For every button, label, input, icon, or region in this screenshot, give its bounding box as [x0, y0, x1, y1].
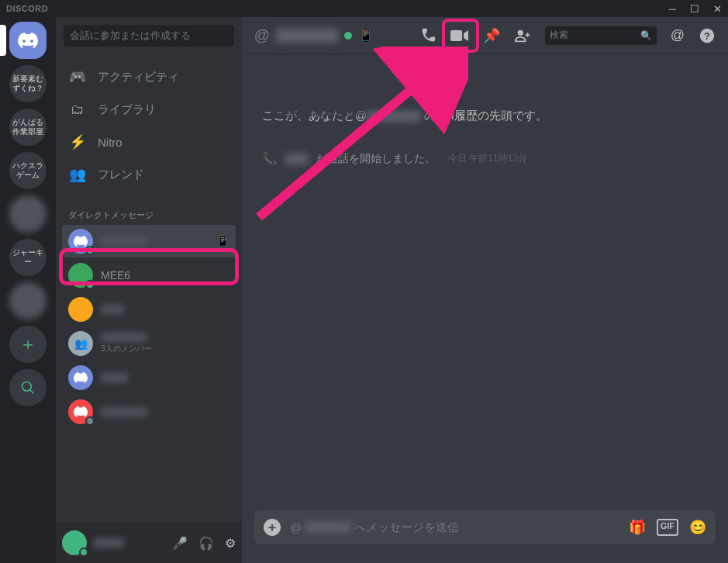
status-online-icon — [344, 32, 352, 40]
voice-call-icon[interactable] — [419, 27, 436, 44]
pin-icon[interactable]: 📌 — [483, 27, 500, 44]
dm-item[interactable]: 📱 — [62, 225, 236, 257]
attach-button[interactable]: ＋ — [264, 519, 281, 536]
svg-rect-2 — [450, 30, 462, 41]
guild-item[interactable]: 新要素むずくね？ — [9, 65, 47, 102]
guild-item[interactable] — [9, 195, 47, 233]
avatar — [68, 263, 93, 288]
help-icon[interactable]: ? — [699, 27, 716, 44]
app-brand: DISCORD — [6, 4, 48, 13]
dm-name — [101, 373, 128, 382]
system-message-call: 📞 が通話を開始しました。 今日 午前11時13分 — [262, 151, 712, 166]
mobile-icon: 📱 — [358, 28, 374, 43]
window-buttons: ─ ☐ ✕ — [669, 3, 722, 15]
at-icon: @ — [254, 26, 270, 44]
nav-library[interactable]: 🗂ライブラリ — [62, 93, 236, 126]
chat-messages: ここが、あなたと@ のDM履歴の先頭です。 📞 が通話を開始しました。 今日 午… — [242, 54, 728, 510]
dm-item[interactable]: MEE6 — [62, 259, 236, 292]
decoration — [273, 54, 428, 116]
self-avatar[interactable] — [62, 530, 87, 555]
quick-switcher[interactable]: 会話に参加または作成する — [64, 25, 234, 47]
emoji-icon[interactable]: 😊 — [689, 519, 706, 536]
avatar — [68, 365, 93, 390]
guild-item[interactable] — [9, 282, 47, 319]
mentions-icon[interactable]: @ — [671, 27, 685, 43]
dm-item[interactable] — [62, 293, 236, 326]
guild-item[interactable]: ジャーキー — [9, 239, 47, 276]
phone-icon: 📞 — [262, 151, 278, 166]
svg-line-1 — [30, 390, 34, 394]
guild-list: 新要素むずくね？ がんばる作業部屋 ハクスラゲーム ジャーキー ＋ — [0, 17, 56, 563]
dm-name: MEE6 — [101, 269, 130, 282]
nav-activity[interactable]: 🎮アクティビティ — [62, 60, 236, 93]
message-composer[interactable]: ＋ @へメッセージを送信 🎁 GIF 😊 — [254, 510, 716, 544]
dm-name — [101, 305, 124, 314]
search-icon: 🔍 — [640, 30, 652, 41]
self-name — [93, 538, 124, 547]
nav-friends[interactable]: 👥フレンド — [62, 158, 236, 191]
composer-placeholder[interactable]: @へメッセージを送信 — [290, 520, 619, 535]
guild-item[interactable]: ハクスラゲーム — [9, 152, 47, 189]
chat-area: @ 📱 📌 検索 🔍 @ — [242, 17, 728, 563]
status-online-icon — [85, 246, 95, 255]
mute-mic-icon[interactable]: 🎤 — [172, 536, 188, 551]
nav-nitro[interactable]: ⚡Nitro — [62, 126, 236, 158]
friends-icon: 👥 — [68, 166, 87, 183]
gif-icon[interactable]: GIF — [657, 519, 678, 536]
svg-point-3 — [517, 29, 523, 35]
avatar — [68, 297, 93, 322]
close-icon[interactable]: ✕ — [713, 3, 722, 15]
maximize-icon[interactable]: ☐ — [690, 3, 699, 15]
private-channels: 会話に参加または作成する 🎮アクティビティ 🗂ライブラリ ⚡Nitro 👥フレン… — [56, 17, 242, 563]
settings-icon[interactable]: ⚙ — [225, 536, 236, 551]
explore-button[interactable] — [9, 369, 47, 406]
dm-item[interactable]: 👥 3人のメンバー — [62, 327, 236, 360]
library-icon: 🗂 — [68, 102, 87, 118]
dm-item[interactable] — [62, 361, 236, 394]
channel-name — [276, 29, 338, 43]
dm-name — [101, 407, 147, 416]
timestamp: 今日 午前11時13分 — [448, 152, 527, 165]
add-server-button[interactable]: ＋ — [9, 326, 47, 363]
svg-point-0 — [22, 382, 32, 392]
status-online-icon — [79, 547, 88, 557]
gamepad-icon: 🎮 — [68, 68, 87, 85]
video-call-icon[interactable] — [450, 27, 469, 44]
svg-text:?: ? — [704, 29, 710, 41]
user-area: 🎤 🎧 ⚙ — [56, 523, 242, 563]
search-input[interactable]: 検索 🔍 — [545, 26, 657, 45]
titlebar: DISCORD ─ ☐ ✕ — [0, 0, 728, 17]
avatar — [68, 229, 93, 254]
mobile-icon: 📱 — [216, 235, 229, 247]
add-friend-icon[interactable] — [514, 27, 531, 44]
minimize-icon[interactable]: ─ — [669, 3, 676, 15]
dm-name — [101, 237, 147, 246]
status-online-icon — [85, 280, 95, 289]
deafen-icon[interactable]: 🎧 — [198, 536, 214, 551]
dm-item[interactable] — [62, 395, 236, 428]
avatar: 👥 — [68, 331, 93, 356]
dm-header: ダイレクトメッセージ — [56, 197, 242, 224]
nitro-icon: ⚡ — [68, 133, 87, 150]
gift-icon[interactable]: 🎁 — [629, 519, 646, 536]
status-offline-icon — [85, 416, 95, 426]
guild-item[interactable]: がんばる作業部屋 — [9, 109, 47, 146]
chat-header: @ 📱 📌 検索 🔍 @ — [242, 17, 728, 54]
home-button[interactable] — [9, 22, 47, 59]
avatar — [68, 399, 93, 424]
decoration — [542, 54, 697, 116]
dm-name — [101, 333, 147, 342]
